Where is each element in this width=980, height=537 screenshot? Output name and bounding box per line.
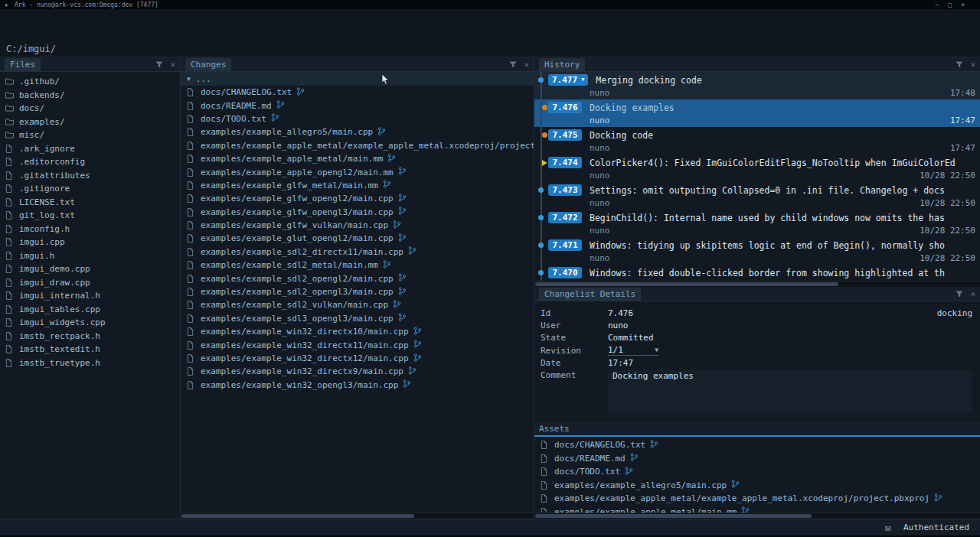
file-tree-item[interactable]: imgui.cpp (0, 236, 180, 249)
history-row[interactable]: 7.477▼ Merging docking code nuno 17:48 (534, 72, 980, 99)
file-tree-item[interactable]: imgui.h (0, 249, 180, 263)
close-icon[interactable]: × (524, 60, 529, 69)
changed-file-row[interactable]: docs/TODO.txt (181, 112, 534, 125)
history-row[interactable]: 7.476▼ Docking examples nuno 17:47 (534, 99, 980, 127)
asset-row[interactable]: examples/example_apple_metal/main.mm (534, 506, 980, 513)
revision-badge[interactable]: 7.476▼ (548, 102, 582, 113)
close-button[interactable]: × (961, 2, 965, 8)
changed-file-row[interactable]: examples/example_glfw_vulkan/main.cpp (181, 219, 534, 232)
asset-row[interactable]: docs/README.md (534, 452, 980, 466)
history-row[interactable]: 7.475▼ Docking code nuno 17:47 (534, 127, 980, 155)
file-tree-item[interactable]: .ark_ignore (0, 142, 180, 156)
revision-badge[interactable]: 7.473▼ (548, 184, 582, 196)
file-tree-item[interactable]: imgui_internal.h (0, 289, 180, 303)
branch-icon (383, 180, 391, 190)
changed-file-row[interactable]: examples/example_apple_opengl2/main.mm (181, 165, 534, 178)
scrollbar-thumb[interactable] (535, 282, 838, 286)
changelist-state: Committed (608, 333, 654, 343)
filter-icon[interactable] (509, 61, 517, 68)
main-area: Files × .github/ backends/ (0, 57, 980, 519)
mail-icon[interactable]: ✉ (885, 522, 891, 533)
changed-file-row[interactable]: examples/example_win32_directx11/main.cp… (181, 338, 534, 351)
file-tree-item[interactable]: git_log.txt (0, 209, 180, 223)
changed-file-row[interactable]: examples/example_apple_metal/main.mm (181, 152, 534, 165)
changes-hscrollbar[interactable] (181, 513, 534, 519)
file-tree-item[interactable]: .gitignore (0, 182, 180, 196)
file-tree-item[interactable]: misc/ (0, 129, 180, 142)
changed-file-row[interactable]: examples/example_glfw_opengl3/main.cpp (181, 206, 534, 219)
commit-title: Docking code (590, 130, 975, 141)
file-tree-item[interactable]: imgui_widgets.cpp (0, 316, 180, 330)
branch-icon (408, 366, 416, 377)
history-row[interactable]: 7.470▼ Windows: fixed double-clicked bor… (534, 265, 980, 281)
history-row[interactable]: 7.474▼ ColorPicker4(): Fixed ImGuiColorE… (534, 155, 980, 182)
asset-row[interactable]: docs/CHANGELOG.txt (534, 438, 980, 452)
asset-row[interactable]: examples/example_allegro5/main.cpp (534, 479, 980, 493)
changed-file-row[interactable]: examples/example_sdl3_opengl3/main.cpp (181, 312, 534, 325)
asset-row[interactable]: examples/example_apple_metal/example_app… (534, 492, 980, 506)
file-tree-item[interactable]: .github/ (0, 75, 180, 89)
changed-file-row[interactable]: examples/example_sdl2_opengl3/main.cpp (181, 285, 534, 298)
file-tree-item[interactable]: imgui_demo.cpp (0, 262, 180, 276)
comment-box[interactable]: Docking examples (608, 370, 972, 413)
file-tree-item[interactable]: imstb_truetype.h (0, 356, 180, 370)
close-icon[interactable]: × (970, 290, 975, 298)
changed-file-row[interactable]: docs/README.md (181, 99, 534, 112)
scrollbar-thumb[interactable] (535, 514, 812, 518)
assets-hscrollbar[interactable] (534, 513, 980, 519)
changed-file-row[interactable]: examples/example_glfw_metal/main.mm (181, 179, 534, 192)
file-tree-item[interactable]: examples/ (0, 116, 180, 129)
history-row[interactable]: 7.473▼ Settings: omit outputing Collapse… (534, 182, 980, 210)
asset-row[interactable]: docs/TODO.txt (534, 465, 980, 479)
file-tree-item[interactable]: .gitattributes (0, 169, 180, 183)
file-name: imstb_truetype.h (19, 358, 100, 368)
file-tree-item[interactable]: .editorconfig (0, 155, 180, 169)
expander-icon[interactable]: ▼ (187, 76, 191, 83)
file-tree-item[interactable]: docs/ (0, 102, 180, 116)
changed-file-row[interactable]: examples/example_sdl2_metal/main.mm (181, 259, 534, 272)
changed-file-row[interactable]: examples/example_win32_directx10/main.cp… (181, 325, 534, 338)
changed-file-row[interactable]: examples/example_win32_directx12/main.cp… (181, 352, 534, 365)
history-hscrollbar[interactable] (534, 281, 980, 287)
changed-file-row[interactable]: examples/example_glfw_opengl2/main.cpp (181, 192, 534, 205)
revision-badge[interactable]: 7.477▼ (548, 74, 588, 86)
changed-file-row[interactable]: examples/example_glut_opengl2/main.cpp (181, 232, 534, 245)
changed-file-row[interactable]: examples/example_sdl2_opengl2/main.cpp (181, 272, 534, 285)
revision-badge[interactable]: 7.474▼ (548, 157, 582, 168)
filter-icon[interactable] (956, 291, 963, 298)
changed-file-row[interactable]: docs/CHANGELOG.txt (181, 86, 534, 99)
close-icon[interactable]: × (170, 60, 175, 69)
history-row[interactable]: 7.471▼ Windows: tidying up skipitems log… (534, 237, 980, 265)
changes-root-row[interactable]: ▼ ... (181, 72, 534, 86)
commit-time: 17:47 (950, 143, 975, 153)
changed-file-row[interactable]: examples/example_apple_metal/example_app… (181, 139, 534, 152)
filter-icon[interactable] (956, 61, 963, 68)
file-tree-item[interactable]: imgui_tables.cpp (0, 303, 180, 317)
revision-badge[interactable]: 7.470▼ (548, 267, 582, 278)
filter-icon[interactable] (155, 61, 163, 68)
file-tree-item[interactable]: LICENSE.txt (0, 196, 180, 210)
revision-badge[interactable]: 7.471▼ (548, 239, 582, 251)
minimize-button[interactable]: – (936, 2, 939, 8)
changed-file-row[interactable]: examples/example_sdl2_vulkan/main.cpp (181, 298, 534, 311)
scrollbar-thumb[interactable] (181, 514, 414, 518)
file-tree-item[interactable]: imstb_rectpack.h (0, 330, 180, 343)
file-tree-item[interactable]: imstb_textedit.h (0, 343, 180, 356)
file-tree-item[interactable]: imconfig.h (0, 223, 180, 236)
changed-file-row[interactable]: examples/example_win32_directx9/main.cpp (181, 365, 534, 378)
changed-file-name: examples/example_glut_opengl2/main.cpp (201, 233, 394, 243)
file-tree-item[interactable]: backends/ (0, 89, 180, 103)
changes-list: ▼ ... docs/CHANGELOG.txt docs/README.md (181, 72, 534, 513)
file-name: backends/ (19, 90, 65, 100)
revision-dropdown[interactable]: 1/1 ▼ (608, 345, 658, 356)
changed-file-row[interactable]: examples/example_win32_opengl3/main.cpp (181, 379, 534, 392)
close-icon[interactable]: × (970, 60, 975, 69)
revision-badge[interactable]: 7.472▼ (548, 212, 582, 223)
history-row[interactable]: 7.472▼ BeginChild(): Internal name used … (534, 210, 980, 237)
changed-file-row[interactable]: examples/example_sdl2_directx11/main.cpp (181, 246, 534, 259)
file-tree-item[interactable]: imgui_draw.cpp (0, 276, 180, 290)
revision-badge[interactable]: 7.475▼ (548, 129, 582, 141)
changed-file-row[interactable]: examples/example_allegro5/main.cpp (181, 125, 534, 138)
file-name: git_log.txt (19, 210, 75, 220)
maximize-button[interactable]: □ (948, 2, 952, 8)
